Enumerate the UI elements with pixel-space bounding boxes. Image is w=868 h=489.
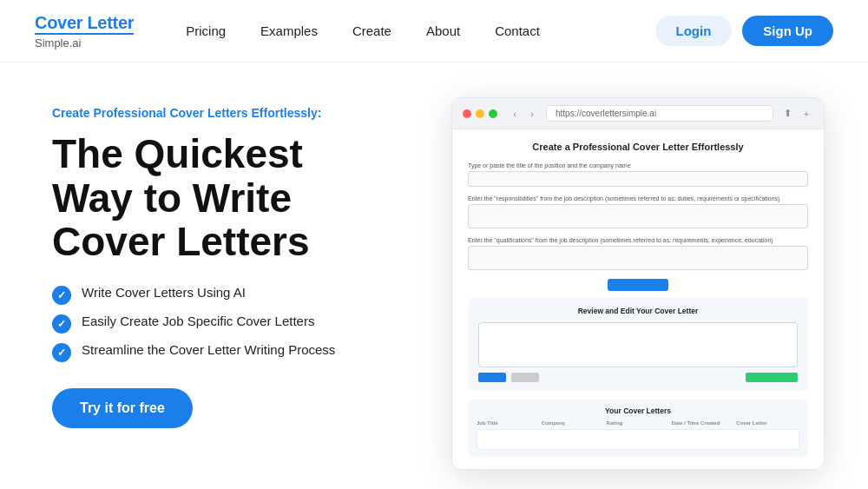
position-field-input[interactable] bbox=[468, 171, 808, 187]
cover-letters-table-section: Your Cover Letters Job Title Company Rat… bbox=[468, 400, 808, 457]
list-item: Easily Create Job Specific Cover Letters bbox=[52, 314, 417, 334]
headline-line2: Way to Write bbox=[52, 175, 292, 221]
check-icon bbox=[52, 343, 71, 362]
table-header-date: Date / Time Created bbox=[671, 420, 734, 426]
position-field-label: Type or paste the title of the position … bbox=[468, 162, 808, 169]
logo-top: Cover Letter bbox=[35, 13, 134, 32]
cover-letter-textarea[interactable] bbox=[478, 322, 798, 367]
logo-bottom: Simple.ai bbox=[35, 33, 134, 50]
review-section: Review and Edit Your Cover Letter bbox=[468, 298, 808, 391]
nav-about[interactable]: About bbox=[426, 23, 460, 38]
forward-arrow-icon: › bbox=[525, 107, 539, 121]
share-icon: ⬆ bbox=[780, 107, 794, 121]
qualifications-field-section: Enter the "qualifications" from the job … bbox=[468, 237, 808, 270]
logo[interactable]: Cover Letter Simple.ai bbox=[35, 13, 134, 50]
signup-button[interactable]: Sign Up bbox=[742, 16, 833, 46]
site-header: Cover Letter Simple.ai Pricing Examples … bbox=[0, 0, 868, 63]
generate-button-wrap bbox=[468, 279, 808, 291]
back-arrow-icon: ‹ bbox=[508, 107, 522, 121]
qualifications-field-input[interactable] bbox=[468, 246, 808, 270]
close-button-icon bbox=[463, 109, 471, 118]
browser-page-title: Create a Professional Cover Letter Effor… bbox=[468, 142, 808, 152]
nav-create[interactable]: Create bbox=[352, 23, 391, 38]
browser-window: ‹ › https://coverlettersimple.ai ⬆ + Cre… bbox=[451, 97, 825, 470]
main-nav: Pricing Examples Create About Contact bbox=[186, 23, 654, 38]
nav-contact[interactable]: Contact bbox=[495, 23, 540, 38]
browser-toolbar: ‹ › https://coverlettersimple.ai ⬆ + bbox=[452, 98, 824, 129]
browser-content-area: Create a Professional Cover Letter Effor… bbox=[452, 129, 824, 469]
list-item: Streamline the Cover Letter Writing Proc… bbox=[52, 342, 417, 362]
table-row bbox=[477, 429, 799, 450]
check-icon bbox=[52, 314, 71, 334]
url-bar[interactable]: https://coverlettersimple.ai bbox=[546, 105, 773, 122]
qualifications-field-label: Enter the "qualifications" from the job … bbox=[468, 237, 808, 243]
nav-examples[interactable]: Examples bbox=[260, 23, 318, 38]
main-content: Create Professional Cover Letters Effort… bbox=[0, 63, 868, 489]
responsibilities-field-section: Enter the "responsibilities" from the jo… bbox=[468, 195, 808, 228]
generate-button[interactable] bbox=[608, 279, 668, 291]
browser-nav-arrows: ‹ › bbox=[508, 107, 539, 121]
browser-preview: ‹ › https://coverlettersimple.ai ⬆ + Cre… bbox=[451, 97, 833, 489]
review-section-title: Review and Edit Your Cover Letter bbox=[478, 307, 798, 315]
feature-text-3: Streamline the Cover Letter Writing Proc… bbox=[82, 342, 335, 357]
browser-action-buttons: ⬆ + bbox=[780, 107, 813, 121]
responsibilities-field-label: Enter the "responsibilities" from the jo… bbox=[468, 195, 808, 202]
features-list: Write Cover Letters Using AI Easily Crea… bbox=[52, 285, 417, 362]
login-button[interactable]: Login bbox=[655, 16, 733, 46]
feature-text-2: Easily Create Job Specific Cover Letters bbox=[82, 314, 314, 328]
responsibilities-field-input[interactable] bbox=[468, 204, 808, 228]
header-actions: Login Sign Up bbox=[655, 16, 834, 46]
hero-left: Create Professional Cover Letters Effort… bbox=[52, 97, 417, 489]
save-to-list-button[interactable] bbox=[746, 373, 798, 382]
maximize-button-icon bbox=[489, 109, 497, 118]
table-header-company: Company bbox=[542, 420, 605, 426]
table-header-rating: Rating bbox=[607, 420, 670, 426]
check-icon bbox=[52, 286, 71, 305]
feature-text-1: Write Cover Letters Using AI bbox=[82, 285, 246, 300]
review-action-buttons bbox=[478, 373, 798, 382]
nav-pricing[interactable]: Pricing bbox=[186, 23, 226, 38]
traffic-lights bbox=[463, 109, 497, 118]
hero-headline: The Quickest Way to Write Cover Letters bbox=[52, 132, 417, 264]
list-item: Write Cover Letters Using AI bbox=[52, 285, 417, 305]
table-header-job-title: Job Title bbox=[477, 420, 540, 426]
hero-subtitle: Create Professional Cover Letters Effort… bbox=[52, 106, 417, 120]
table-title: Your Cover Letters bbox=[477, 406, 799, 415]
headline-line3: Cover Letters bbox=[52, 219, 310, 264]
headline-line1: The Quickest bbox=[52, 131, 303, 176]
table-header: Job Title Company Rating Date / Time Cre… bbox=[477, 420, 799, 426]
table-header-cover-letter: Cover Letter bbox=[736, 420, 799, 426]
position-field-section: Type or paste the title of the position … bbox=[468, 162, 808, 187]
copy-button[interactable] bbox=[511, 373, 539, 382]
try-free-button[interactable]: Try it for free bbox=[52, 388, 193, 428]
edit-button[interactable] bbox=[478, 373, 506, 382]
minimize-button-icon bbox=[476, 109, 484, 118]
new-tab-icon: + bbox=[799, 107, 813, 121]
